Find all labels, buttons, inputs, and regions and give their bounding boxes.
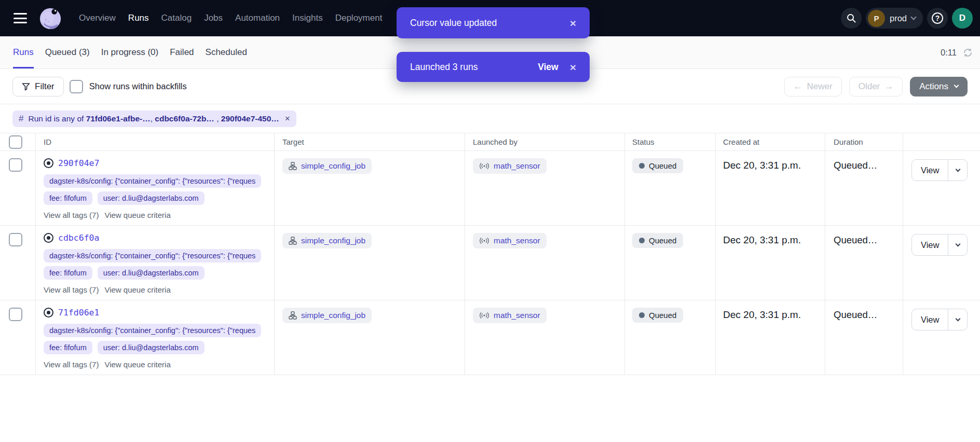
chip-runid-1: 71fd06e1-afbe-… bbox=[86, 114, 151, 123]
backfills-checkbox[interactable] bbox=[70, 80, 83, 93]
status-dot-icon bbox=[639, 312, 645, 318]
nav-insights[interactable]: Insights bbox=[292, 13, 323, 23]
run-id-link[interactable]: cdbc6f0a bbox=[58, 233, 99, 243]
nav-runs[interactable]: Runs bbox=[128, 13, 149, 23]
tag-k8s-config[interactable]: dagster-k8s/config: {"container_config":… bbox=[44, 324, 261, 337]
job-name: simple_config_job bbox=[301, 236, 365, 245]
job-pill[interactable]: simple_config_job bbox=[282, 308, 372, 323]
actions-button[interactable]: Actions bbox=[910, 77, 968, 96]
search-icon bbox=[846, 13, 856, 23]
refresh-countdown: 0:11 bbox=[941, 48, 957, 58]
created-at-cell: Dec 20, 3:31 p.m. bbox=[716, 226, 825, 300]
target-cell: simple_config_job bbox=[275, 300, 465, 375]
row-checkbox[interactable] bbox=[9, 233, 22, 246]
filter-button[interactable]: Filter bbox=[12, 77, 64, 96]
run-id-link[interactable]: 71fd06e1 bbox=[58, 308, 99, 317]
view-all-tags-link[interactable]: View all tags (7) bbox=[44, 211, 99, 219]
chip-prefix: Run id is any of bbox=[28, 114, 86, 123]
view-dropdown-button[interactable] bbox=[948, 160, 967, 181]
status-cell: Queued bbox=[625, 151, 716, 225]
tag-fee[interactable]: fee: fifofum bbox=[44, 266, 92, 280]
tag-k8s-config[interactable]: dagster-k8s/config: {"container_config":… bbox=[44, 249, 261, 263]
duration-cell: Queued… bbox=[825, 300, 903, 375]
chevron-down-icon bbox=[956, 167, 961, 172]
column-header-id: ID bbox=[36, 133, 275, 150]
view-queue-criteria-link[interactable]: View queue criteria bbox=[104, 211, 170, 219]
column-header-duration: Duration bbox=[825, 133, 903, 150]
run-id-link[interactable]: 290f04e7 bbox=[58, 158, 99, 168]
close-icon[interactable]: × bbox=[570, 18, 576, 29]
close-icon[interactable]: × bbox=[570, 62, 576, 73]
tab-scheduled[interactable]: Scheduled bbox=[206, 36, 247, 68]
refresh-area: 0:11 bbox=[941, 36, 973, 68]
dagster-logo[interactable] bbox=[38, 6, 62, 30]
nav-overview[interactable]: Overview bbox=[79, 13, 116, 23]
tab-failed[interactable]: Failed bbox=[170, 36, 194, 68]
view-run-button[interactable]: View bbox=[912, 309, 948, 330]
chip-runid-2: cdbc6f0a-72b… bbox=[155, 114, 214, 123]
sensor-pill[interactable]: math_sensor bbox=[473, 158, 547, 174]
view-queue-criteria-link[interactable]: View queue criteria bbox=[104, 285, 170, 294]
column-header-status: Status bbox=[625, 133, 716, 150]
view-all-tags-link[interactable]: View all tags (7) bbox=[44, 360, 99, 369]
actions-label: Actions bbox=[919, 81, 948, 92]
toast-message: Launched 3 runs bbox=[410, 62, 478, 73]
help-button[interactable]: ? bbox=[927, 8, 948, 29]
row-actions-cell: View bbox=[903, 300, 980, 375]
job-pill[interactable]: simple_config_job bbox=[282, 233, 372, 248]
search-button[interactable] bbox=[841, 8, 862, 29]
run-id-cell: 290f04e7 dagster-k8s/config: {"container… bbox=[36, 151, 275, 225]
tag-user[interactable]: user: d.liu@dagsterlabs.com bbox=[98, 191, 205, 205]
row-checkbox[interactable] bbox=[9, 308, 22, 321]
nav-automation[interactable]: Automation bbox=[235, 13, 280, 23]
row-checkbox[interactable] bbox=[9, 158, 22, 172]
nav-jobs[interactable]: Jobs bbox=[204, 13, 223, 23]
toast-cursor-updated: Cursor value updated × bbox=[397, 7, 590, 38]
view-all-tags-link[interactable]: View all tags (7) bbox=[44, 285, 99, 294]
chevron-down-icon bbox=[954, 83, 959, 88]
view-run-button[interactable]: View bbox=[912, 234, 948, 255]
sensor-pill[interactable]: math_sensor bbox=[473, 308, 547, 323]
view-button-group: View bbox=[911, 309, 968, 330]
backfills-label: Show runs within backfills bbox=[89, 81, 187, 91]
view-dropdown-button[interactable] bbox=[948, 309, 967, 330]
toast-view-button[interactable]: View bbox=[538, 62, 559, 73]
arrow-right-icon: → bbox=[884, 81, 893, 92]
tag-fee[interactable]: fee: fifofum bbox=[44, 191, 92, 205]
tag-user[interactable]: user: d.liu@dagsterlabs.com bbox=[98, 341, 205, 354]
target-cell: simple_config_job bbox=[275, 226, 465, 300]
newer-button[interactable]: ← Newer bbox=[784, 77, 842, 96]
select-all-checkbox[interactable] bbox=[9, 135, 22, 149]
user-avatar[interactable]: D bbox=[952, 8, 973, 29]
pagination-actions: ← Newer Older → Actions bbox=[784, 77, 968, 96]
help-icon: ? bbox=[932, 12, 943, 24]
job-name: simple_config_job bbox=[301, 161, 365, 171]
app-root: Overview Runs Catalog Jobs Automation In… bbox=[0, 0, 980, 375]
view-dropdown-button[interactable] bbox=[948, 234, 967, 255]
tab-queued[interactable]: Queued (3) bbox=[45, 36, 90, 68]
tab-in-progress[interactable]: In progress (0) bbox=[101, 36, 159, 68]
arrow-left-icon: ← bbox=[794, 81, 802, 92]
refresh-button[interactable] bbox=[963, 48, 973, 58]
tag-user[interactable]: user: d.liu@dagsterlabs.com bbox=[98, 266, 205, 280]
row-actions-cell: View bbox=[903, 151, 980, 225]
tag-fee[interactable]: fee: fifofum bbox=[44, 341, 92, 354]
menu-button[interactable] bbox=[13, 13, 27, 23]
tag-k8s-config[interactable]: dagster-k8s/config: {"container_config":… bbox=[44, 174, 261, 188]
workspace-switcher[interactable]: P prod bbox=[866, 8, 923, 29]
status-label: Queued bbox=[649, 311, 676, 320]
runid-filter-chip[interactable]: # Run id is any of 71fd06e1-afbe-… , cdb… bbox=[12, 111, 296, 127]
nav-catalog[interactable]: Catalog bbox=[161, 13, 192, 23]
close-icon[interactable]: × bbox=[285, 114, 290, 123]
sensor-name: math_sensor bbox=[494, 161, 540, 171]
view-run-button[interactable]: View bbox=[912, 160, 948, 181]
sensor-pill[interactable]: math_sensor bbox=[473, 233, 547, 248]
tab-runs[interactable]: Runs bbox=[13, 36, 34, 68]
older-button[interactable]: Older → bbox=[849, 77, 903, 96]
job-pill[interactable]: simple_config_job bbox=[282, 158, 372, 174]
active-filters-row: # Run id is any of 71fd06e1-afbe-… , cdb… bbox=[0, 104, 980, 133]
nav-deployment[interactable]: Deployment bbox=[335, 13, 383, 23]
view-button-group: View bbox=[911, 159, 968, 181]
column-header-created-at: Created at bbox=[716, 133, 825, 150]
view-queue-criteria-link[interactable]: View queue criteria bbox=[104, 360, 170, 369]
